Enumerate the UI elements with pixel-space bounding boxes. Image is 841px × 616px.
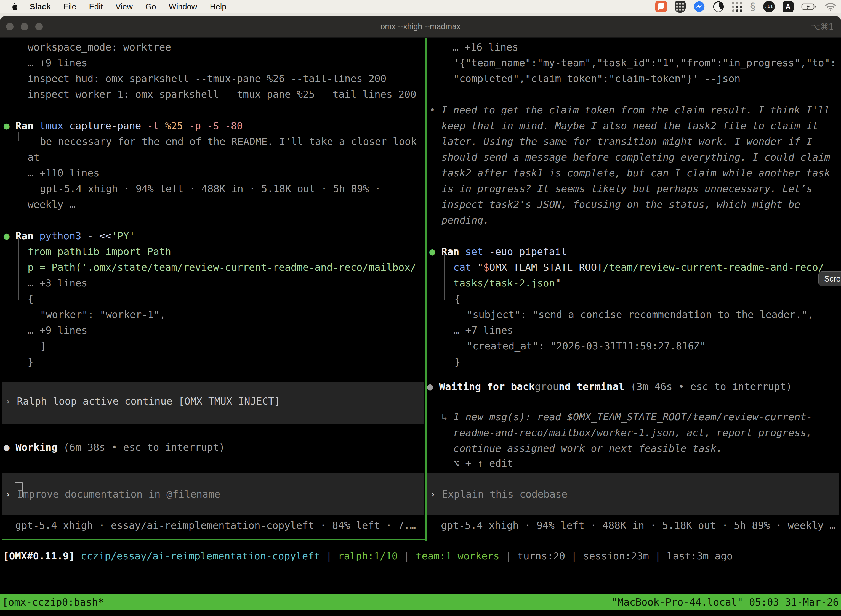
- menu-app-name[interactable]: Slack: [30, 2, 51, 11]
- tmux-status-bar[interactable]: [omx-cczip0:bash* "MacBook-Pro-44.local"…: [0, 594, 841, 610]
- input-source-icon[interactable]: A: [782, 1, 794, 12]
- menu-item-help[interactable]: Help: [210, 2, 227, 11]
- tmux-session-label: [omx-cczip0:bash*: [2, 596, 104, 608]
- battery-charging-icon[interactable]: [801, 3, 817, 10]
- wifi-icon[interactable]: [825, 2, 837, 11]
- menu-bar-status-icons: § ..61 A: [655, 0, 837, 13]
- menu-item-go[interactable]: Go: [145, 2, 156, 11]
- squiggle-icon[interactable]: §: [750, 0, 756, 13]
- menu-item-edit[interactable]: Edit: [89, 2, 103, 11]
- menu-item-window[interactable]: Window: [169, 2, 197, 11]
- crescent-app-icon[interactable]: [713, 1, 724, 12]
- chat-app-icon[interactable]: [655, 1, 667, 12]
- apple-icon[interactable]: [11, 2, 18, 11]
- text-cursor: [15, 483, 23, 497]
- menu-item-file[interactable]: File: [63, 2, 76, 11]
- screen-overlay-label: Scre: [824, 274, 841, 283]
- shield-grid-icon[interactable]: [675, 0, 686, 13]
- menu-item-view[interactable]: View: [116, 2, 133, 11]
- screen-overlay-tooltip: Scre: [818, 271, 841, 286]
- dots-grid-icon[interactable]: [732, 1, 743, 12]
- tmux-host-clock: "MacBook-Pro-44.local" 05:03 31-Mar-26: [611, 596, 839, 608]
- omx-status-area: [OMX#0.11.9] cczip/essay/ai-reimplementa…: [0, 0, 841, 616]
- omx-status-line: [OMX#0.11.9] cczip/essay/ai-reimplementa…: [3, 548, 733, 564]
- messenger-icon[interactable]: [693, 1, 705, 12]
- timer-badge-icon[interactable]: ..61: [763, 1, 775, 12]
